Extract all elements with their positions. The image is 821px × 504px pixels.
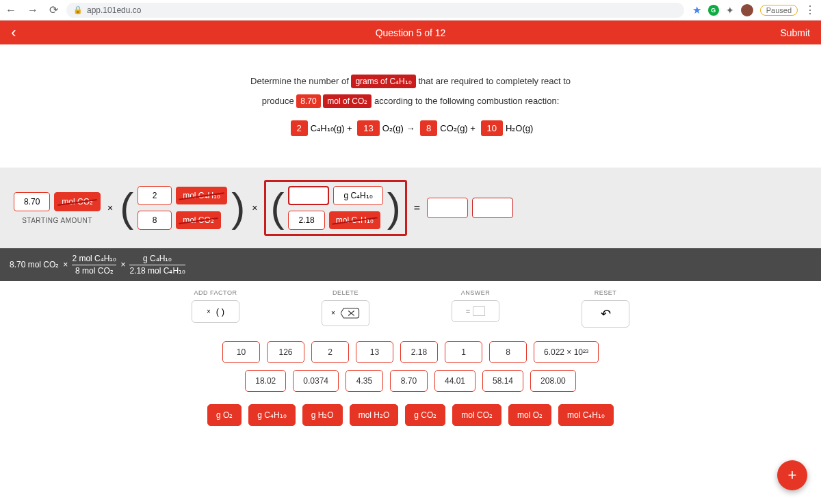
answer-unit-box[interactable] xyxy=(472,198,513,218)
add-fab-button[interactable]: + xyxy=(777,460,807,490)
given-value-tag: 8.70 xyxy=(296,94,320,108)
question-title: Question 5 of 12 xyxy=(376,27,446,38)
unit-tiles: g O₂g C₄H₁₀g H₂Omol H₂Og CO₂mol CO₂mol O… xyxy=(0,404,821,426)
profile-avatar[interactable] xyxy=(741,4,753,16)
menu-dots-icon[interactable]: ⋮ xyxy=(805,3,816,16)
multiply-icon: × xyxy=(107,202,113,213)
paused-badge[interactable]: Paused xyxy=(760,5,798,16)
url-text: app.101edu.co xyxy=(87,5,141,15)
number-tile[interactable]: 13 xyxy=(356,341,393,363)
controls-panel: ADD FACTOR ×( ) DELETE × ANSWER = RESET … xyxy=(0,281,821,426)
unit-tile[interactable]: g C₄H₁₀ xyxy=(248,404,295,426)
given-unit-tag: mol of CO₂ xyxy=(323,94,372,108)
unit-tile[interactable]: g CO₂ xyxy=(405,404,445,426)
number-tile[interactable]: 4.35 xyxy=(346,370,383,392)
extensions-icon[interactable]: ✦ xyxy=(726,5,734,16)
grammarly-icon[interactable]: G xyxy=(708,5,719,16)
answer-button[interactable]: = xyxy=(452,300,499,322)
submit-button[interactable]: Submit xyxy=(769,27,821,38)
undo-icon: ↶ xyxy=(601,306,611,321)
equals-icon: = xyxy=(414,202,420,214)
back-chevron-icon[interactable]: ‹ xyxy=(0,24,27,42)
balanced-equation: 2C₄H₁₀(g) + 13O₂(g) → 8CO₂(g) + 10H₂O(g) xyxy=(0,123,821,133)
lock-icon: 🔒 xyxy=(73,5,83,14)
expression-summary: 8.70 mol CO₂ × 2 mol C₄H₁₀ 8 mol CO₂ × g… xyxy=(0,248,821,281)
number-tile[interactable]: 8 xyxy=(489,341,527,363)
bookmark-star-icon[interactable]: ★ xyxy=(692,4,701,16)
question-prompt: Determine the number of grams of C₄H₁₀ t… xyxy=(0,72,821,111)
number-tile[interactable]: 2 xyxy=(311,341,349,363)
unit-tile[interactable]: mol CO₂ xyxy=(452,404,501,426)
number-tile[interactable]: 18.02 xyxy=(245,370,286,392)
number-tiles: 101262132.18186.022 × 10²³18.020.03744.3… xyxy=(198,341,623,392)
unit-tile[interactable]: g H₂O xyxy=(302,404,343,426)
target-quantity-tag: grams of C₄H₁₀ xyxy=(351,75,415,88)
add-factor-button[interactable]: ×( ) xyxy=(192,300,239,323)
number-tile[interactable]: 58.14 xyxy=(482,370,523,392)
starting-amount: 8.70 mol CO₂ STARTING AMOUNT xyxy=(14,192,101,224)
number-tile[interactable]: 8.70 xyxy=(390,370,428,392)
browser-toolbar: ← → ⟳ 🔒 app.101edu.co ★ G ✦ Paused ⋮ xyxy=(0,0,821,21)
delete-button[interactable]: × xyxy=(322,300,369,326)
number-tile[interactable]: 126 xyxy=(267,341,304,363)
number-tile[interactable]: 0.0374 xyxy=(293,370,339,392)
unit-tile[interactable]: mol H₂O xyxy=(350,404,399,426)
unit-tile[interactable]: mol C₄H₁₀ xyxy=(558,404,614,426)
answer-value-box[interactable] xyxy=(427,198,468,218)
forward-icon[interactable]: → xyxy=(27,4,38,16)
number-tile[interactable]: 6.022 × 10²³ xyxy=(534,341,599,363)
conversion-factor-1[interactable]: ( 2 mol C₄H₁₀ 8 mol CO₂ ) xyxy=(120,186,245,230)
app-header: ‹ Question 5 of 12 Submit xyxy=(0,21,821,44)
unit-tile[interactable]: g O₂ xyxy=(207,404,242,426)
number-tile[interactable]: 2.18 xyxy=(400,341,438,363)
empty-numerator-value[interactable] xyxy=(288,186,329,205)
number-tile[interactable]: 10 xyxy=(222,341,260,363)
conversion-factor-2[interactable]: ( g C₄H₁₀ 2.18 mol C₄H₁₀ ) xyxy=(270,186,400,230)
start-value[interactable]: 8.70 xyxy=(14,192,50,211)
reset-button[interactable]: ↶ xyxy=(582,300,629,328)
number-tile[interactable]: 208.00 xyxy=(530,370,576,392)
work-area: 8.70 mol CO₂ STARTING AMOUNT × ( 2 mol C… xyxy=(0,168,821,248)
start-unit[interactable]: mol CO₂ xyxy=(54,192,101,211)
back-icon[interactable]: ← xyxy=(5,4,16,16)
multiply-icon: × xyxy=(252,202,257,213)
reload-icon[interactable]: ⟳ xyxy=(49,3,58,16)
unit-tile[interactable]: mol O₂ xyxy=(508,404,551,426)
active-factor: ( g C₄H₁₀ 2.18 mol C₄H₁₀ ) xyxy=(264,180,406,236)
number-tile[interactable]: 1 xyxy=(445,341,482,363)
number-tile[interactable]: 44.01 xyxy=(434,370,475,392)
url-bar[interactable]: 🔒 app.101edu.co xyxy=(66,3,684,18)
